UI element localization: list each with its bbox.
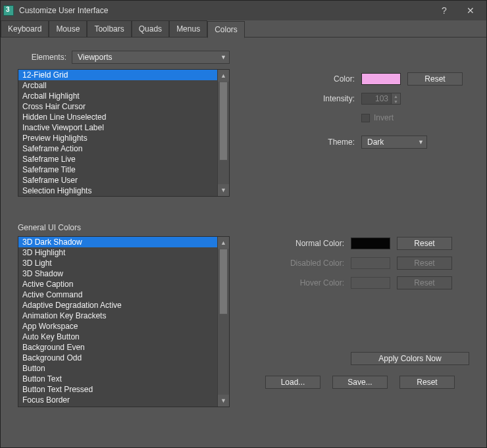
list-item[interactable]: Arcball [18, 80, 217, 91]
list-item[interactable]: Selection Highlights [18, 186, 217, 196]
list-item[interactable]: Adaptive Degradation Active [18, 300, 217, 311]
close-button[interactable]: ✕ [457, 1, 484, 20]
list-item[interactable]: Arcball Highlight [18, 91, 217, 101]
color-reset-button[interactable]: Reset [407, 72, 463, 86]
list-item[interactable]: 3D Shadow [18, 268, 217, 279]
list-item[interactable]: Button [18, 363, 217, 374]
scroll-thumb[interactable] [219, 82, 228, 161]
titlebar: Customize User Interface ? ✕ [1, 1, 486, 20]
list-item[interactable]: Active Command [18, 289, 217, 300]
elements-listbox[interactable]: 12-Field GridArcballArcball HighlightCro… [18, 69, 230, 197]
list-item[interactable]: Safeframe Action [18, 143, 217, 154]
list-item[interactable]: Auto Key Button [18, 332, 217, 342]
app-icon [3, 5, 14, 16]
tab-toolbars[interactable]: Toolbars [87, 20, 131, 37]
theme-dropdown[interactable]: Dark ▼ [361, 136, 427, 149]
tab-quads[interactable]: Quads [132, 20, 169, 37]
list-item[interactable]: App Workspace [18, 321, 217, 332]
elements-dropdown[interactable]: Viewports ▼ [72, 51, 230, 64]
normal-reset-button[interactable]: Reset [397, 237, 452, 250]
disabled-color-label: Disabled Color: [265, 259, 344, 268]
hover-color-label: Hover Color: [265, 278, 344, 287]
save-button[interactable]: Save... [332, 376, 388, 389]
intensity-input [362, 94, 391, 103]
color-label: Color: [276, 74, 355, 84]
intensity-down-icon: ▼ [391, 99, 400, 104]
list-item[interactable]: 3D Light [18, 258, 217, 268]
general-listbox[interactable]: 3D Dark Shadow3D Highlight3D Light3D Sha… [18, 236, 230, 407]
list-item[interactable]: Safeframe Live [18, 154, 217, 164]
tab-mouse[interactable]: Mouse [49, 20, 87, 37]
list-item[interactable]: Inactive Viewport Label [18, 122, 217, 133]
scroll-down-icon[interactable]: ▼ [218, 395, 229, 407]
list-item[interactable]: 3D Dark Shadow [18, 237, 217, 247]
invert-checkbox [361, 114, 370, 122]
apply-colors-button[interactable]: Apply Colors Now [351, 352, 469, 365]
normal-color-label: Normal Color: [265, 239, 344, 248]
hover-reset-button: Reset [397, 276, 452, 289]
chevron-down-icon: ▼ [220, 54, 226, 61]
list-item[interactable]: Animation Key Brackets [18, 311, 217, 321]
color-swatch[interactable] [361, 73, 401, 85]
hover-color-swatch [351, 277, 390, 289]
invert-label: Invert [374, 113, 394, 122]
list-item[interactable]: 3D Highlight [18, 247, 217, 258]
list-item[interactable]: Button Text Pressed [18, 384, 217, 395]
disabled-reset-button: Reset [397, 257, 452, 270]
disabled-color-swatch [351, 257, 390, 269]
list-item[interactable]: Background Odd [18, 353, 217, 363]
window-title: Customize User Interface [19, 6, 431, 15]
list-item[interactable]: Preview Highlights [18, 133, 217, 143]
list-item[interactable]: Cross Hair Cursor [18, 101, 217, 112]
list-item[interactable]: Button Text [18, 374, 217, 384]
tabbar: Keyboard Mouse Toolbars Quads Menus Colo… [1, 20, 486, 37]
list-item[interactable]: Focus Border [18, 395, 217, 405]
list-item[interactable]: Active Caption [18, 279, 217, 289]
general-section-label: General UI Colors [18, 223, 469, 232]
reset-button[interactable]: Reset [399, 376, 455, 389]
elements-dropdown-value: Viewports [78, 53, 217, 62]
scroll-down-icon[interactable]: ▼ [218, 184, 229, 196]
list-item[interactable]: Hidden Line Unselected [18, 112, 217, 122]
theme-dropdown-value: Dark [367, 137, 414, 147]
elements-label: Elements: [18, 53, 66, 62]
normal-color-swatch[interactable] [351, 237, 390, 249]
list-item[interactable]: Safeframe User [18, 175, 217, 186]
tab-colors[interactable]: Colors [207, 21, 245, 38]
load-button[interactable]: Load... [265, 376, 320, 389]
general-scrollbar[interactable]: ▲ ▼ [217, 237, 229, 407]
help-button[interactable]: ? [431, 1, 457, 20]
scroll-thumb[interactable] [219, 249, 228, 314]
intensity-label: Intensity: [276, 94, 355, 103]
list-item[interactable]: 12-Field Grid [18, 70, 217, 80]
intensity-spinner: ▲ ▼ [361, 93, 401, 105]
tab-menus[interactable]: Menus [169, 20, 207, 37]
scroll-up-icon[interactable]: ▲ [218, 70, 229, 82]
list-item[interactable]: Background Even [18, 342, 217, 353]
list-item[interactable]: Safeframe Title [18, 164, 217, 175]
intensity-up-icon: ▲ [391, 93, 400, 99]
chevron-down-icon: ▼ [418, 139, 424, 145]
scroll-up-icon[interactable]: ▲ [218, 237, 229, 249]
theme-label: Theme: [276, 137, 355, 147]
elements-scrollbar[interactable]: ▲ ▼ [217, 70, 229, 196]
tab-keyboard[interactable]: Keyboard [1, 20, 49, 37]
